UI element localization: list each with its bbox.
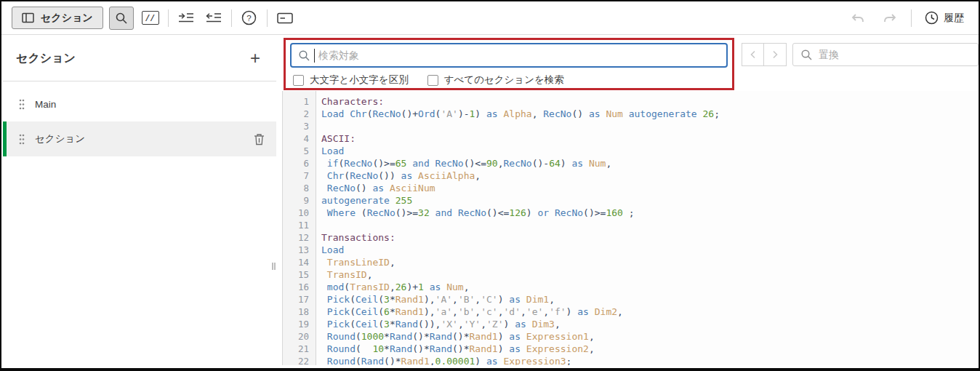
checkbox-icon[interactable]: [293, 75, 304, 86]
script-editor-window: セクション //: [0, 0, 980, 371]
search-icon: [298, 49, 310, 62]
line-number: 11: [283, 219, 309, 231]
all-sections-label: すべてのセクションを検索: [444, 73, 564, 87]
drag-handle-icon[interactable]: [19, 99, 25, 110]
help-icon: ?: [241, 10, 257, 25]
code-line[interactable]: Load: [321, 145, 977, 157]
code-line[interactable]: autogenerate 255: [321, 194, 977, 207]
section-item-main[interactable]: Main: [3, 87, 276, 121]
line-number: 3: [283, 120, 309, 132]
line-number: 9: [283, 194, 309, 207]
code-line[interactable]: Pick(Ceil(6*Rand1),'a','b','c','d','e','…: [321, 306, 977, 318]
panel-left-icon: [22, 12, 34, 23]
history-label: 履歴: [944, 12, 964, 25]
code-line[interactable]: Load: [321, 244, 977, 256]
line-number: 20: [283, 330, 309, 343]
search-input-wrap: [290, 43, 728, 68]
line-number: 13: [283, 244, 309, 256]
find-next-button[interactable]: [764, 43, 787, 66]
sections-toggle-button[interactable]: セクション: [12, 7, 103, 29]
code-line[interactable]: Round( 10*Rand()*Rand()*Rand1) as Expres…: [321, 343, 977, 355]
editor-region: 大文字と小文字を区別 すべてのセクションを検索: [282, 36, 977, 365]
replace-input[interactable]: [819, 49, 971, 60]
line-number: 21: [283, 343, 309, 355]
line-numbers: 12345678910111213141516171819202122: [283, 91, 316, 365]
undo-button[interactable]: [846, 7, 870, 30]
outdent-icon: [206, 12, 222, 24]
line-number: 18: [283, 306, 309, 318]
line-number: 15: [283, 268, 309, 281]
trash-icon: [254, 133, 265, 145]
case-sensitive-checkbox[interactable]: 大文字と小文字を区別: [293, 73, 409, 87]
code-line[interactable]: Pick(Ceil(3*Rand1),'A','B','C') as Dim1,: [321, 293, 977, 306]
code-line[interactable]: Transactions:: [321, 231, 977, 244]
code-line[interactable]: [321, 219, 977, 231]
section-item-label: セクション: [35, 132, 85, 145]
code-line[interactable]: TransID,: [321, 268, 977, 281]
indent-icon: [178, 12, 194, 24]
line-number: 4: [283, 132, 309, 145]
search-icon: [800, 49, 813, 61]
drag-handle-icon[interactable]: [19, 134, 25, 145]
line-number: 14: [283, 256, 309, 268]
line-number: 7: [283, 169, 309, 182]
redo-button[interactable]: [877, 7, 902, 30]
find-previous-button[interactable]: [742, 43, 764, 66]
code-line[interactable]: Characters:: [321, 95, 977, 108]
code-line[interactable]: Pick(Ceil(3*Rand()),'X','Y','Z') as Dim3…: [321, 318, 977, 330]
replace-input-wrap: [792, 43, 979, 66]
section-item-section[interactable]: セクション: [3, 121, 276, 156]
line-number: 1: [283, 95, 309, 108]
line-number: 6: [283, 157, 309, 169]
add-section-button[interactable]: +: [247, 49, 263, 67]
history-clock-icon: [925, 11, 939, 25]
redo-icon: [883, 12, 897, 24]
sidebar-resize-handle[interactable]: [271, 262, 276, 271]
line-number: 8: [283, 182, 309, 194]
code-line[interactable]: Round(Rand()*Rand1,0.00001) as Expressio…: [321, 355, 977, 365]
shortcut-tag-button[interactable]: [273, 7, 297, 30]
outdent-button[interactable]: [201, 7, 226, 30]
comment-button[interactable]: //: [138, 7, 163, 30]
svg-text:?: ?: [246, 14, 251, 23]
line-number: 10: [283, 207, 309, 219]
line-number: 17: [283, 293, 309, 306]
search-options-row: 大文字と小文字を区別 すべてのセクションを検索: [293, 73, 564, 87]
case-sensitive-label: 大文字と小文字を区別: [310, 73, 409, 87]
search-toolbar-button[interactable]: [109, 7, 134, 30]
chevron-right-icon: [771, 49, 779, 60]
code-line[interactable]: RecNo() as AsciiNum: [321, 182, 977, 194]
code-line[interactable]: ASCII:: [321, 132, 977, 145]
label-tag-icon: [277, 12, 293, 24]
line-number: 5: [283, 145, 309, 157]
toolbar-divider: [911, 9, 912, 27]
toolbar-right-group: 履歴: [846, 7, 968, 30]
code-line[interactable]: Round(1000*Rand()*Rand()*Rand1) as Expre…: [321, 330, 977, 343]
search-input[interactable]: [318, 49, 720, 61]
toolbar: セクション //: [1, 1, 979, 35]
line-number: 22: [283, 355, 309, 365]
code-line[interactable]: Load Chr(RecNo()+Ord('A')-1) as Alpha, R…: [321, 108, 977, 120]
undo-icon: [851, 12, 865, 24]
code-line[interactable]: if(RecNo()>=65 and RecNo()<=90,RecNo()-6…: [321, 157, 977, 169]
sections-sidebar: セクション + Main: [3, 36, 276, 365]
sidebar-header: セクション +: [3, 36, 276, 81]
code-line[interactable]: TransLineID,: [321, 256, 977, 268]
line-number: 12: [283, 231, 309, 244]
code-line[interactable]: mod(TransID,26)+1 as Num,: [321, 281, 977, 293]
line-number: 19: [283, 318, 309, 330]
history-button[interactable]: 履歴: [920, 8, 968, 28]
code-line[interactable]: Where (RecNo()>=32 and RecNo()<=126) or …: [321, 207, 977, 219]
text-caret: [314, 49, 315, 63]
help-button[interactable]: ?: [237, 7, 262, 30]
search-icon: [115, 12, 128, 25]
chevron-left-icon: [749, 49, 758, 60]
all-sections-checkbox[interactable]: すべてのセクションを検索: [427, 73, 564, 87]
code-line[interactable]: [321, 120, 977, 132]
delete-section-button[interactable]: [254, 133, 265, 145]
checkbox-icon[interactable]: [427, 75, 438, 86]
code-line[interactable]: Chr(RecNo()) as AsciiAlpha,: [321, 169, 977, 182]
code-lines[interactable]: Characters:Load Chr(RecNo()+Ord('A')-1) …: [316, 91, 977, 365]
indent-button[interactable]: [174, 7, 198, 30]
search-annotation-box: 大文字と小文字を区別 すべてのセクションを検索: [284, 38, 734, 90]
